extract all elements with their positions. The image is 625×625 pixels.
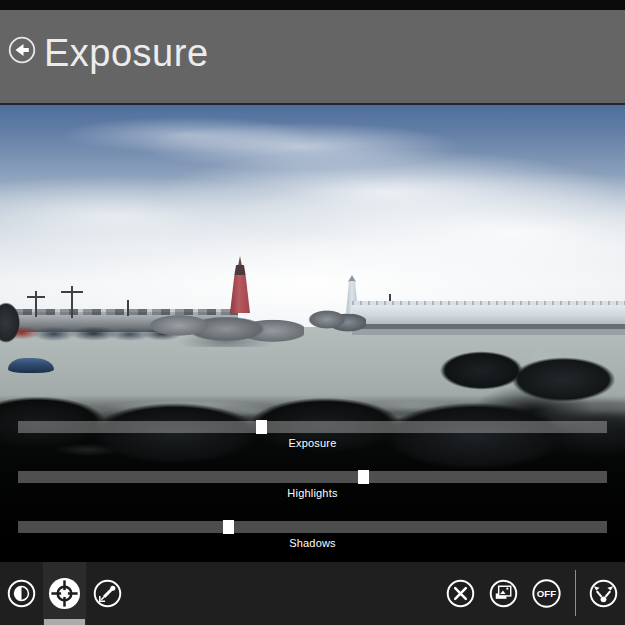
app-screen: Exposure Expos (0, 0, 625, 625)
bottom-toolbar: OFF (0, 562, 625, 625)
svg-text:OFF: OFF (537, 588, 556, 599)
split-arrows-icon (589, 579, 618, 608)
highlights-slider-label: Highlights (0, 487, 625, 499)
pier-base (352, 329, 625, 335)
cancel-button[interactable] (439, 562, 482, 625)
cancel-x-icon (446, 579, 475, 608)
lamp-pole (127, 300, 129, 316)
exposure-slider-thumb[interactable] (256, 420, 267, 434)
eyedropper-icon (93, 579, 122, 608)
shadows-slider-label: Shadows (0, 537, 625, 549)
jetty-rocks (148, 311, 304, 347)
contrast-tool-button[interactable] (0, 562, 43, 625)
foreground-rocks (0, 395, 625, 530)
split-compare-button[interactable] (582, 562, 625, 625)
highlights-slider-track[interactable] (18, 471, 607, 483)
rock-outcrop (0, 301, 24, 349)
off-text-icon: OFF (531, 578, 562, 609)
top-strip (0, 0, 625, 10)
shadows-slider-thumb[interactable] (223, 520, 234, 534)
exposure-slider-track[interactable] (18, 421, 607, 433)
contrast-icon (7, 579, 36, 608)
page-title: Exposure (44, 32, 209, 75)
toolbar-divider (575, 570, 576, 616)
mast-crossbar (61, 291, 83, 293)
selected-tool-underline (44, 619, 85, 625)
pier-end-rocks (306, 306, 366, 336)
exposure-slider-label: Exposure (0, 437, 625, 449)
target-icon (48, 577, 81, 610)
back-arrow-icon (8, 36, 36, 64)
shadows-slider-track[interactable] (18, 521, 607, 533)
highlights-slider-thumb[interactable] (358, 470, 369, 484)
mast-pole (35, 291, 37, 317)
header: Exposure (0, 10, 625, 103)
eyedropper-tool-button[interactable] (86, 562, 129, 625)
compare-photos-button[interactable] (482, 562, 525, 625)
target-adjust-tool-button[interactable] (43, 562, 86, 625)
right-pier (352, 305, 625, 324)
blue-rowboat (8, 358, 54, 373)
back-button[interactable] (8, 36, 36, 64)
photos-stack-icon (489, 579, 518, 608)
photo-preview[interactable] (0, 103, 625, 530)
toggle-off-button[interactable]: OFF (525, 562, 568, 625)
mast-crossbar (27, 296, 45, 298)
